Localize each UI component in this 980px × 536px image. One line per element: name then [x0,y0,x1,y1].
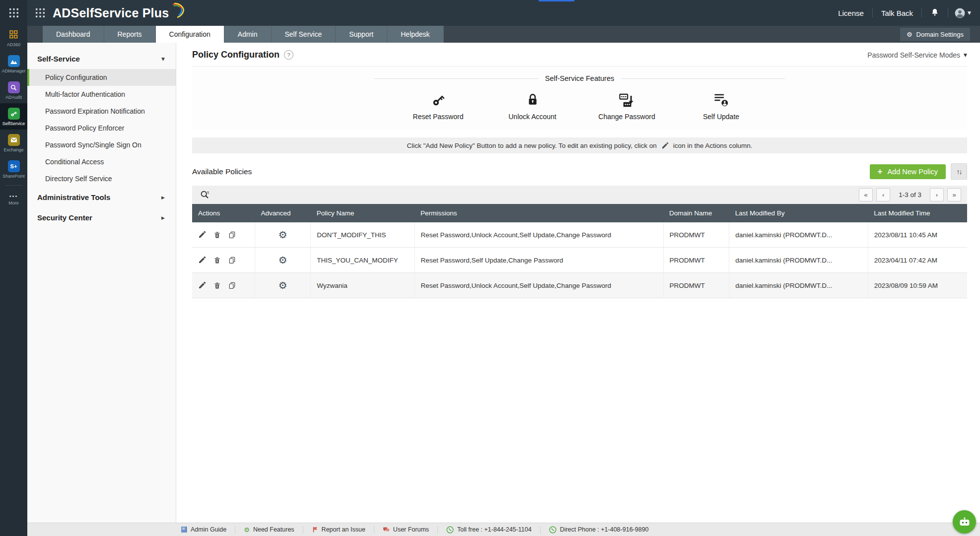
delete-policy-icon[interactable] [213,281,221,289]
copy-policy-icon[interactable] [228,231,236,239]
table-row: ⚙ DON'T_MODIFY_THIS Reset Password,Unloc… [192,222,967,248]
sidebar-item-password-expiration-notification[interactable]: Password Expiration Notification [27,103,176,120]
rail-item-adaudit[interactable]: ADAudit [0,77,27,103]
phone-icon [549,526,557,534]
gear-icon: ⚙ [907,31,912,38]
notifications-button[interactable] [928,7,941,19]
footer-link-label: Toll free : +1-844-245-1104 [457,526,532,533]
tab-self-service[interactable]: Self Service [272,26,336,43]
toll-free-number[interactable]: Toll free : +1-844-245-1104 [438,526,541,534]
report-an-issue-link[interactable]: Report an Issue [303,526,374,534]
apps-grid-icon[interactable] [35,8,45,18]
sidebar-item-password-sync-single-sign-on[interactable]: Password Sync/Single Sign On [27,136,176,153]
exchange-icon [8,134,20,146]
last-modified-by-cell: daniel.kaminski (PRODMWT.D... [729,248,868,273]
sidebar-section-security-center[interactable]: Security Center ▶ [27,207,176,228]
copy-policy-icon[interactable] [228,256,236,264]
policies-table: Actions Advanced Policy Name Permissions… [192,204,967,298]
sidebar-item-multi-factor-authentication[interactable]: Multi-factor Authentication [27,86,176,103]
features-heading-label: Self-Service Features [545,74,614,82]
chat-widget-button[interactable] [953,510,976,534]
phone-icon [446,526,454,534]
domain-name-cell: PRODMWT [663,248,729,273]
column-header-policy-name: Policy Name [311,204,415,222]
copy-policy-icon[interactable] [228,281,236,289]
main-nav: Dashboard Reports Configuration Admin Se… [27,26,980,43]
tab-admin[interactable]: Admin [224,26,272,43]
self-service-features-panel: Self-Service Features Reset Password Unl… [192,66,967,130]
rail-item-admanager[interactable]: ADManager [0,51,27,77]
talk-back-link[interactable]: Talk Back [879,9,915,17]
chevron-down-icon: ▼ [968,10,971,15]
sidebar-item-policy-configuration[interactable]: Policy Configuration [27,69,176,86]
sidebar-item-password-policy-enforcer[interactable]: Password Policy Enforcer [27,120,176,136]
delete-policy-icon[interactable] [213,256,221,264]
selfservice-icon [8,108,20,120]
more-dots-icon: ••• [0,193,27,199]
delete-policy-icon[interactable] [213,231,221,239]
sidebar-section-administrative-tools[interactable]: Administrative Tools ▶ [27,187,176,207]
separator [872,8,873,17]
advanced-settings-icon[interactable]: ⚙ [279,279,287,291]
tab-configuration[interactable]: Configuration [156,26,224,43]
account-menu[interactable]: ▼ [955,8,971,18]
last-page-button[interactable]: » [947,188,961,201]
feature-label: Change Password [580,113,674,121]
advanced-settings-icon[interactable]: ⚙ [279,254,287,266]
admin-guide-link[interactable]: Admin Guide [172,526,235,534]
features-row: Reset Password Unlock Account Change Pas… [192,91,967,121]
product-rail: AD360 ADManager ADAudit SelfService Exch… [0,0,27,536]
permissions-cell: Reset Password,Self Update,Change Passwo… [415,248,663,273]
lock-icon [486,91,580,108]
sidebar-item-directory-self-service[interactable]: Directory Self Service [27,170,176,187]
search-button[interactable] [198,189,211,201]
footer-link-label: Admin Guide [191,526,226,533]
last-modified-time-cell: 2023/04/11 07:42 AM [868,248,967,273]
rail-divider [5,185,22,186]
apps-grid-icon [9,8,19,18]
advanced-settings-icon[interactable]: ⚙ [279,229,287,241]
rail-item-more[interactable]: ••• More [0,189,27,209]
edit-policy-icon[interactable] [198,281,206,289]
password-self-service-modes-dropdown[interactable]: Password Self-Service Modes ▼ [867,51,967,59]
edit-policy-icon[interactable] [198,231,206,239]
rail-item-sharepoint[interactable]: S+ SharePoint [0,156,27,182]
ad360-icon [9,30,18,39]
need-features-link[interactable]: ⚙ Need Features [235,526,303,534]
sidebar-section-self-service[interactable]: Self-Service ▼ [27,49,176,69]
help-icon[interactable]: ? [284,50,293,60]
last-modified-by-cell: daniel.kaminski (PRODMWT.D... [729,222,868,248]
tab-helpdesk[interactable]: Helpdesk [387,26,443,43]
license-link[interactable]: License [836,9,866,17]
tab-support[interactable]: Support [336,26,387,43]
rail-item-selfservice[interactable]: SelfService [0,103,27,130]
rail-item-exchange[interactable]: Exchange [0,130,27,156]
top-bar: ADSelfService Plus License Talk Back ▼ [27,0,980,26]
policy-name-cell: THIS_YOU_CAN_MODIFY [311,248,415,273]
sort-button[interactable]: ↑↓ [951,163,967,180]
direct-phone-number[interactable]: Direct Phone : +1-408-916-9890 [541,526,657,534]
domain-settings-label: Domain Settings [916,31,964,38]
rail-item-ad360[interactable]: AD360 [0,26,27,51]
last-modified-by-cell: daniel.kaminski (PRODMWT.D... [729,273,868,298]
tab-dashboard[interactable]: Dashboard [43,26,104,43]
gear-icon: ⚙ [244,526,250,534]
info-note-prefix: Click "Add New Policy" Button to add a n… [407,142,656,149]
main-content: Policy Configuration ? Password Self-Ser… [176,43,980,523]
add-new-policy-button[interactable]: + Add New Policy [870,164,946,179]
sidebar: Self-Service ▼ Policy Configuration Mult… [27,43,176,523]
edit-policy-icon[interactable] [198,256,206,264]
first-page-button[interactable]: « [859,188,873,201]
sidebar-item-conditional-access[interactable]: Conditional Access [27,153,176,170]
next-page-button[interactable]: › [930,188,944,201]
logo: ADSelfService Plus [35,6,186,20]
row-actions [198,256,249,264]
permissions-cell: Reset Password,Unlock Account,Self Updat… [415,222,663,248]
user-forums-link[interactable]: User Forums [374,526,438,534]
tab-reports[interactable]: Reports [104,26,156,43]
column-header-last-modified-time: Last Modified Time [868,204,967,222]
domain-settings-button[interactable]: ⚙ Domain Settings [900,28,970,41]
previous-page-button[interactable]: ‹ [876,188,890,201]
info-note-suffix: icon in the Actions column. [673,142,753,149]
rail-apps-button[interactable] [0,0,27,26]
